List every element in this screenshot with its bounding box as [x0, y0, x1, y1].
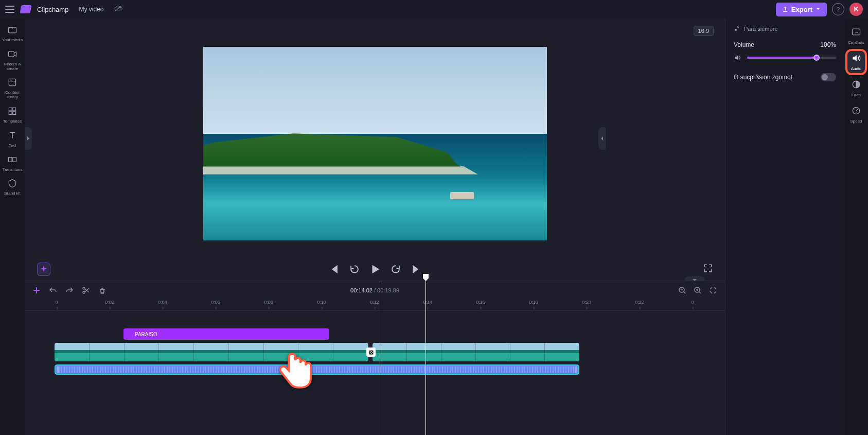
cloud-sync-icon — [114, 5, 123, 14]
redo-button[interactable] — [65, 286, 74, 295]
svg-rect-9 — [853, 29, 860, 35]
text-clip-label: PARAISO — [135, 332, 157, 337]
logo-icon — [20, 5, 32, 13]
timeline-timecode: 00:14.02 / 00:19.89 — [350, 287, 399, 293]
svg-rect-8 — [13, 157, 16, 161]
sidebar-text[interactable]: Text — [0, 127, 25, 151]
svg-rect-7 — [9, 157, 12, 161]
export-label: Export — [791, 6, 812, 13]
audio-panel: Para siempre Volume 100% O sucprßsion zg… — [725, 19, 844, 435]
split-button[interactable] — [81, 286, 91, 295]
video-clip-1[interactable] — [55, 343, 368, 361]
zoom-in-button[interactable] — [693, 286, 702, 295]
export-button[interactable]: Export — [776, 3, 827, 16]
timeline-ruler[interactable]: 00:020:040:060:080:100:120:140:160:180:2… — [25, 300, 725, 311]
right-audio[interactable]: Audio — [844, 50, 868, 74]
sidebar-record-create[interactable]: Record & create — [0, 46, 25, 75]
svg-point-12 — [83, 287, 85, 289]
topbar: Clipchamp My video Export ? K — [0, 0, 868, 19]
zoom-out-button[interactable] — [678, 286, 687, 295]
right-fade[interactable]: Fade — [844, 76, 868, 100]
delete-button[interactable] — [98, 286, 107, 295]
video-track: ⊠ — [25, 343, 725, 361]
svg-rect-2 — [9, 79, 15, 86]
main-area: 16:9 — [25, 19, 844, 435]
skip-forward-button[interactable] — [411, 264, 422, 275]
sidebar-templates[interactable]: Templates — [0, 103, 25, 127]
sidebar-your-media[interactable]: Your media — [0, 22, 25, 46]
sidebar-content-library[interactable]: Content library — [0, 74, 25, 103]
volume-slider[interactable] — [747, 57, 836, 59]
left-sidebar: Your media Record & create Content libra… — [0, 19, 25, 435]
timeline-area: 00:14.02 / 00:19.89 00:020:040:060:080:1… — [25, 281, 725, 435]
playback-controls — [25, 258, 725, 281]
add-track-button[interactable] — [32, 286, 41, 295]
volume-value: 100% — [820, 41, 836, 48]
hover-indicator — [380, 281, 380, 435]
zoom-fit-button[interactable] — [708, 286, 718, 295]
playhead[interactable] — [426, 281, 426, 435]
help-button[interactable]: ? — [832, 3, 844, 15]
text-clip[interactable]: PARAISO — [123, 328, 329, 340]
music-note-icon — [734, 26, 740, 32]
magic-enhance-button[interactable] — [37, 263, 50, 276]
video-preview[interactable] — [203, 47, 547, 240]
sidebar-transitions[interactable]: Transitions — [0, 151, 25, 176]
forward-button[interactable] — [390, 264, 401, 275]
fullscreen-button[interactable] — [703, 264, 713, 275]
right-sidebar: Captions Audio Fade Speed — [844, 19, 868, 435]
svg-point-13 — [83, 291, 85, 293]
skip-back-button[interactable] — [328, 264, 340, 275]
brand-label: Clipchamp — [37, 6, 68, 13]
text-track: PARAISO — [25, 328, 725, 340]
audio-clip[interactable] — [55, 364, 579, 375]
audio-track — [25, 364, 725, 375]
speaker-icon — [734, 54, 742, 62]
noise-suppression-toggle[interactable] — [821, 73, 836, 81]
svg-rect-5 — [9, 112, 12, 115]
volume-label: Volume — [734, 41, 754, 48]
transition-icon[interactable]: ⊠ — [366, 347, 376, 357]
play-button[interactable] — [369, 264, 381, 275]
svg-rect-1 — [9, 51, 14, 57]
right-captions[interactable]: Captions — [844, 24, 868, 48]
svg-rect-6 — [13, 112, 16, 115]
video-clip-2[interactable] — [373, 343, 579, 361]
noise-suppression-label: O sucprßsion zgomot — [734, 74, 792, 81]
avatar[interactable]: K — [849, 3, 863, 16]
clip-name-label: Para siempre — [744, 26, 777, 32]
right-speed[interactable]: Speed — [844, 102, 868, 127]
rewind-button[interactable] — [349, 264, 360, 275]
menu-button[interactable] — [5, 6, 14, 13]
svg-rect-4 — [13, 108, 16, 111]
svg-rect-3 — [9, 108, 12, 111]
project-name[interactable]: My video — [75, 5, 108, 14]
expand-right-handle[interactable] — [598, 127, 606, 150]
sidebar-brand-kit[interactable]: Brand kit — [0, 175, 25, 199]
undo-button[interactable] — [48, 286, 58, 295]
aspect-ratio-button[interactable]: 16:9 — [694, 26, 714, 36]
expand-left-handle[interactable] — [25, 127, 32, 150]
preview-stage: 16:9 — [25, 19, 725, 258]
